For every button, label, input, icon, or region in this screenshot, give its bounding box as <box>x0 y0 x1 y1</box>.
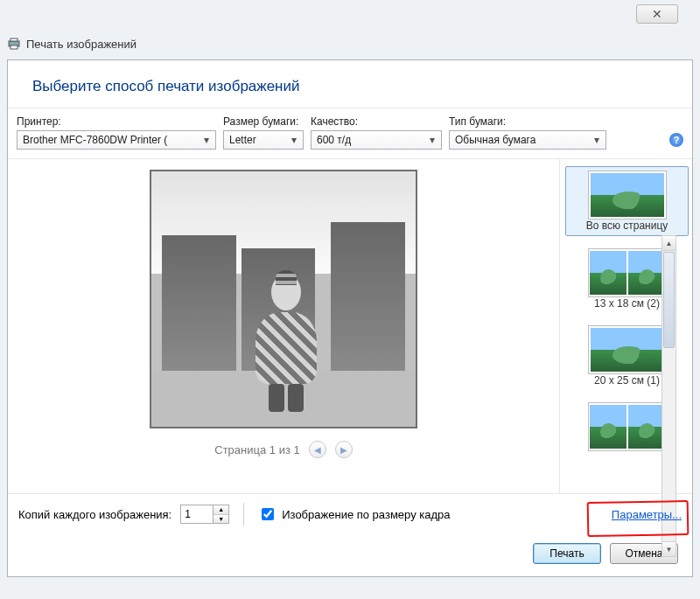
preview-pane: Страница 1 из 1 ◀ ▶ <box>8 159 559 493</box>
chevron-down-icon: ▾ <box>425 132 438 148</box>
quality-value: 600 т/д <box>317 134 351 146</box>
printer-icon <box>7 37 21 51</box>
window-titlebar: Печать изображений <box>7 37 136 51</box>
copies-input[interactable] <box>181 505 213 523</box>
printer-value: Brother MFC-7860DW Printer ( <box>23 134 167 146</box>
prev-page-button[interactable]: ◀ <box>309 441 326 458</box>
quality-combo[interactable]: 600 т/д ▾ <box>311 130 442 150</box>
paper-size-label: Размер бумаги: <box>223 115 304 128</box>
pager-text: Страница 1 из 1 <box>214 443 299 456</box>
chevron-down-icon: ▾ <box>200 132 213 148</box>
preview-frame <box>150 170 417 428</box>
copies-spinner[interactable]: ▲ ▼ <box>180 505 229 524</box>
paper-type-value: Обычная бумага <box>455 134 536 146</box>
options-link[interactable]: Параметры... <box>612 508 682 521</box>
fit-checkbox[interactable] <box>262 508 274 520</box>
print-dialog: Выберите способ печати изображений Принт… <box>7 59 693 577</box>
next-page-button[interactable]: ▶ <box>335 441 353 458</box>
instruction-heading: Выберите способ печати изображений <box>8 60 692 108</box>
help-icon[interactable]: ? <box>669 133 683 147</box>
scroll-down-button[interactable]: ▼ <box>662 541 676 556</box>
layout-label: 13 x 18 см (2) <box>594 297 660 310</box>
bottom-row: Копий каждого изображения: ▲ ▼ Изображен… <box>8 494 692 534</box>
action-row: Печать Отмена <box>8 534 692 576</box>
copies-up-button[interactable]: ▲ <box>214 505 228 515</box>
layout-thumb <box>588 171 667 219</box>
layout-full-page[interactable]: Во всю страницу <box>565 166 689 236</box>
svg-rect-2 <box>10 45 18 49</box>
paper-type-combo[interactable]: Обычная бумага ▾ <box>449 130 606 150</box>
pager: Страница 1 из 1 ◀ ▶ <box>214 441 352 458</box>
chevron-down-icon: ▾ <box>590 132 603 148</box>
main-area: Страница 1 из 1 ◀ ▶ Во всю страницу 13 x… <box>8 159 692 494</box>
quality-label: Качество: <box>311 115 442 128</box>
layout-thumb <box>588 402 667 451</box>
scroll-thumb[interactable] <box>663 252 675 348</box>
scroll-up-button[interactable]: ▲ <box>662 236 676 251</box>
fit-label: Изображение по размеру кадра <box>282 508 450 521</box>
printer-label: Принтер: <box>17 115 216 128</box>
preview-image <box>151 171 416 427</box>
paper-type-label: Тип бумаги: <box>449 115 606 128</box>
window-title: Печать изображений <box>26 38 136 51</box>
print-controls-row: Принтер: Brother MFC-7860DW Printer ( ▾ … <box>8 108 692 159</box>
print-button[interactable]: Печать <box>533 543 601 564</box>
layout-label: Во всю страницу <box>586 219 668 232</box>
copies-label: Копий каждого изображения: <box>18 508 172 521</box>
window-close-button[interactable]: ✕ <box>636 4 678 24</box>
printer-combo[interactable]: Brother MFC-7860DW Printer ( ▾ <box>17 130 216 150</box>
copies-down-button[interactable]: ▼ <box>214 515 228 524</box>
divider <box>243 503 244 526</box>
layout-thumb <box>588 325 667 374</box>
layout-thumb <box>588 248 667 297</box>
fit-checkbox-group[interactable]: Изображение по размеру кадра <box>258 505 450 523</box>
svg-rect-1 <box>10 38 18 41</box>
chevron-down-icon: ▾ <box>287 132 300 148</box>
paper-size-value: Letter <box>229 134 256 146</box>
paper-size-combo[interactable]: Letter ▾ <box>223 130 304 150</box>
layout-label: 20 x 25 см (1) <box>594 374 660 387</box>
